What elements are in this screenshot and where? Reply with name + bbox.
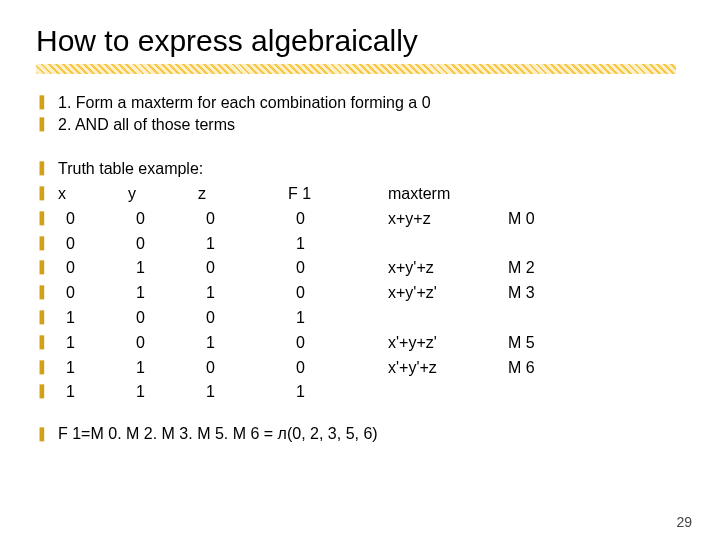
cell-y: 0 bbox=[128, 207, 198, 232]
cell-x: 0 bbox=[58, 207, 128, 232]
bullet-icon: ❚ bbox=[36, 232, 58, 254]
cell-z: 1 bbox=[198, 331, 288, 356]
table-intro: Truth table example: bbox=[58, 157, 203, 182]
cell-z: 1 bbox=[198, 281, 288, 306]
page-title: How to express algebraically bbox=[36, 24, 684, 58]
cell-z: 1 bbox=[198, 232, 288, 257]
cell-f1: 0 bbox=[288, 207, 388, 232]
cell-y: 0 bbox=[128, 306, 198, 331]
bullet-icon: ❚ bbox=[36, 114, 50, 133]
bullet-icon: ❚ bbox=[36, 256, 58, 278]
cell-f1: 1 bbox=[288, 306, 388, 331]
cell-x: 1 bbox=[58, 356, 128, 381]
truth-table: ❚ Truth table example: ❚ x y z F 1 maxte… bbox=[36, 157, 684, 405]
cell-maxterm: x'+y'+z bbox=[388, 356, 508, 381]
cell-f1: 0 bbox=[288, 356, 388, 381]
cell-y: 1 bbox=[128, 256, 198, 281]
bullet-text: 2. AND all of those terms bbox=[58, 114, 235, 136]
cell-z: 0 bbox=[198, 256, 288, 281]
cell-x: 0 bbox=[58, 281, 128, 306]
cell-x: 1 bbox=[58, 306, 128, 331]
cell-m: M 6 bbox=[508, 356, 568, 381]
list-item: ❚ 2. AND all of those terms bbox=[36, 114, 684, 136]
cell-m: M 2 bbox=[508, 256, 568, 281]
table-row: ❚ 0 1 0 0 x+y'+z M 2 bbox=[36, 256, 684, 281]
cell-y: 1 bbox=[128, 380, 198, 405]
cell-maxterm: x'+y+z' bbox=[388, 331, 508, 356]
header-x: x bbox=[58, 182, 128, 207]
table-row: ❚ 0 0 0 0 x+y+z M 0 bbox=[36, 207, 684, 232]
cell-m: M 3 bbox=[508, 281, 568, 306]
page-number: 29 bbox=[676, 514, 692, 530]
bullet-icon: ❚ bbox=[36, 207, 58, 229]
bullet-icon: ❚ bbox=[36, 92, 50, 111]
table-row: ❚ 1 1 0 0 x'+y'+z M 6 bbox=[36, 356, 684, 381]
cell-m: M 0 bbox=[508, 207, 568, 232]
bullet-text: 1. Form a maxterm for each combination f… bbox=[58, 92, 431, 114]
cell-maxterm: x+y'+z bbox=[388, 256, 508, 281]
bullet-icon: ❚ bbox=[36, 356, 58, 378]
header-f1: F 1 bbox=[288, 182, 388, 207]
cell-y: 0 bbox=[128, 232, 198, 257]
bullet-icon: ❚ bbox=[36, 182, 58, 204]
header-maxterm: maxterm bbox=[388, 182, 508, 207]
bullet-icon: ❚ bbox=[36, 306, 58, 328]
cell-y: 1 bbox=[128, 281, 198, 306]
result-text: F 1=M 0. M 2. M 3. M 5. M 6 = л(0, 2, 3,… bbox=[58, 425, 378, 443]
cell-f1: 0 bbox=[288, 281, 388, 306]
cell-y: 0 bbox=[128, 331, 198, 356]
cell-f1: 1 bbox=[288, 380, 388, 405]
bullet-icon: ❚ bbox=[36, 425, 50, 441]
bullet-icon: ❚ bbox=[36, 281, 58, 303]
table-row: ❚ 0 0 1 1 bbox=[36, 232, 684, 257]
cell-z: 1 bbox=[198, 380, 288, 405]
cell-f1: 1 bbox=[288, 232, 388, 257]
cell-y: 1 bbox=[128, 356, 198, 381]
bullet-icon: ❚ bbox=[36, 157, 58, 179]
cell-maxterm: x+y'+z' bbox=[388, 281, 508, 306]
list-item: ❚ 1. Form a maxterm for each combination… bbox=[36, 92, 684, 114]
cell-x: 0 bbox=[58, 232, 128, 257]
cell-x: 1 bbox=[58, 380, 128, 405]
header-z: z bbox=[198, 182, 288, 207]
cell-z: 0 bbox=[198, 356, 288, 381]
table-row: ❚ 1 1 1 1 bbox=[36, 380, 684, 405]
table-intro-row: ❚ Truth table example: bbox=[36, 157, 684, 182]
cell-maxterm: x+y+z bbox=[388, 207, 508, 232]
cell-f1: 0 bbox=[288, 256, 388, 281]
table-header-row: ❚ x y z F 1 maxterm bbox=[36, 182, 684, 207]
result-line: ❚ F 1=M 0. M 2. M 3. M 5. M 6 = л(0, 2, … bbox=[36, 425, 684, 443]
title-underline bbox=[36, 64, 676, 74]
table-row: ❚ 1 0 1 0 x'+y+z' M 5 bbox=[36, 331, 684, 356]
header-y: y bbox=[128, 182, 198, 207]
cell-x: 1 bbox=[58, 331, 128, 356]
cell-x: 0 bbox=[58, 256, 128, 281]
intro-bullets: ❚ 1. Form a maxterm for each combination… bbox=[36, 92, 684, 135]
cell-z: 0 bbox=[198, 306, 288, 331]
bullet-icon: ❚ bbox=[36, 331, 58, 353]
table-row: ❚ 1 0 0 1 bbox=[36, 306, 684, 331]
cell-z: 0 bbox=[198, 207, 288, 232]
cell-m: M 5 bbox=[508, 331, 568, 356]
table-row: ❚ 0 1 1 0 x+y'+z' M 3 bbox=[36, 281, 684, 306]
cell-f1: 0 bbox=[288, 331, 388, 356]
bullet-icon: ❚ bbox=[36, 380, 58, 402]
